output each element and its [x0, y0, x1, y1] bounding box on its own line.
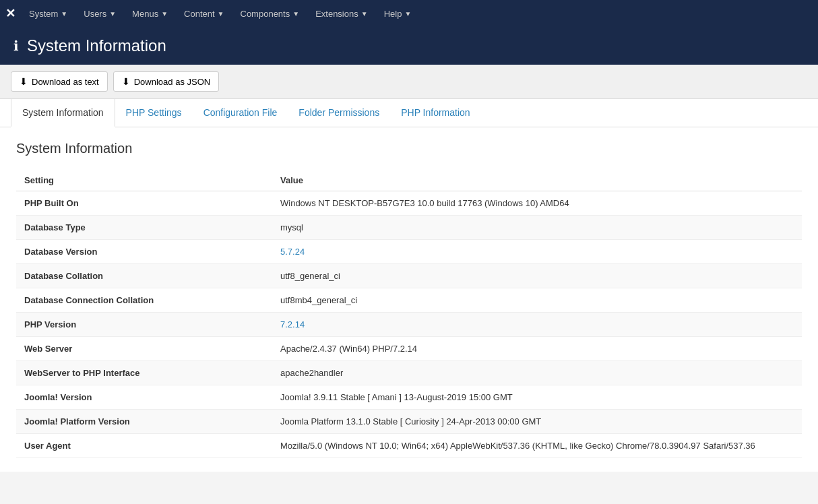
table-row: Database Typemysql [16, 216, 802, 240]
main-content: System Information Setting Value PHP Bui… [0, 127, 818, 472]
value-cell: Joomla! 3.9.11 Stable [ Amani ] 13-Augus… [272, 385, 802, 410]
setting-cell: Web Server [16, 337, 272, 361]
value-cell: Joomla Platform 13.1.0 Stable [ Curiosit… [272, 410, 802, 434]
nav-item-help[interactable]: Help ▼ [376, 0, 420, 27]
caret-icon: ▼ [61, 10, 67, 18]
tab-php-information[interactable]: PHP Information [390, 99, 480, 127]
value-cell: Windows NT DESKTOP-B57G7E3 10.0 build 17… [272, 191, 802, 216]
setting-cell: Database Connection Collation [16, 288, 272, 313]
setting-cell: User Agent [16, 434, 272, 458]
col-header-value: Value [272, 170, 802, 191]
tab-folder-permissions[interactable]: Folder Permissions [288, 99, 390, 127]
system-info-table: Setting Value PHP Built OnWindows NT DES… [16, 170, 802, 458]
caret-icon: ▼ [109, 10, 116, 18]
caret-icon: ▼ [404, 10, 411, 18]
setting-cell: PHP Version [16, 313, 272, 337]
download-icon: ⬇ [20, 76, 28, 87]
table-row: Joomla! Platform VersionJoomla Platform … [16, 410, 802, 434]
caret-icon: ▼ [292, 10, 299, 18]
table-row: Database Version5.7.24 [16, 240, 802, 264]
value-link[interactable]: 5.7.24 [280, 247, 305, 257]
page-header: ℹ System Information [0, 27, 818, 65]
toolbar: ⬇ Download as text ⬇ Download as JSON [0, 65, 818, 99]
value-cell: utf8mb4_general_ci [272, 288, 802, 313]
setting-cell: Database Version [16, 240, 272, 264]
value-cell: Mozilla/5.0 (Windows NT 10.0; Win64; x64… [272, 434, 802, 458]
section-title: System Information [16, 141, 802, 156]
nav-item-menus[interactable]: Menus ▼ [124, 0, 176, 27]
setting-cell: Joomla! Version [16, 385, 272, 410]
table-row: Web ServerApache/2.4.37 (Win64) PHP/7.2.… [16, 337, 802, 361]
nav-item-system[interactable]: System ▼ [21, 0, 75, 27]
value-cell[interactable]: 5.7.24 [272, 240, 802, 264]
table-row: WebServer to PHP Interfaceapache2handler [16, 361, 802, 385]
value-cell[interactable]: 7.2.14 [272, 313, 802, 337]
value-cell: apache2handler [272, 361, 802, 385]
joomla-logo[interactable]: ✕ [5, 6, 15, 21]
table-row: Database Collationutf8_general_ci [16, 264, 802, 288]
setting-cell: PHP Built On [16, 191, 272, 216]
navbar: ✕ System ▼ Users ▼ Menus ▼ Content ▼ Com… [0, 0, 818, 27]
table-row: Database Connection Collationutf8mb4_gen… [16, 288, 802, 313]
table-row: Joomla! VersionJoomla! 3.9.11 Stable [ A… [16, 385, 802, 410]
tab-configuration-file[interactable]: Configuration File [193, 99, 288, 127]
col-header-setting: Setting [16, 170, 272, 191]
tab-system-information[interactable]: System Information [11, 98, 115, 127]
setting-cell: Database Collation [16, 264, 272, 288]
download-icon: ⬇ [122, 76, 130, 87]
tab-bar: System Information PHP Settings Configur… [0, 99, 818, 127]
info-icon: ℹ [13, 38, 19, 54]
value-link[interactable]: 7.2.14 [280, 319, 305, 329]
caret-icon: ▼ [161, 10, 168, 18]
nav-item-components[interactable]: Components ▼ [232, 0, 308, 27]
download-text-button[interactable]: ⬇ Download as text [11, 71, 108, 92]
download-json-button[interactable]: ⬇ Download as JSON [113, 71, 219, 92]
page-title: System Information [27, 36, 166, 55]
setting-cell: Joomla! Platform Version [16, 410, 272, 434]
nav-item-users[interactable]: Users ▼ [75, 0, 124, 27]
setting-cell: Database Type [16, 216, 272, 240]
table-row: PHP Version7.2.14 [16, 313, 802, 337]
table-row: PHP Built OnWindows NT DESKTOP-B57G7E3 1… [16, 191, 802, 216]
caret-icon: ▼ [361, 10, 368, 18]
tab-php-settings[interactable]: PHP Settings [115, 99, 193, 127]
value-cell: utf8_general_ci [272, 264, 802, 288]
value-cell: mysql [272, 216, 802, 240]
caret-icon: ▼ [218, 10, 224, 18]
table-row: User AgentMozilla/5.0 (Windows NT 10.0; … [16, 434, 802, 458]
nav-item-extensions[interactable]: Extensions ▼ [307, 0, 376, 27]
setting-cell: WebServer to PHP Interface [16, 361, 272, 385]
value-cell: Apache/2.4.37 (Win64) PHP/7.2.14 [272, 337, 802, 361]
nav-item-content[interactable]: Content ▼ [176, 0, 232, 27]
content-area: System Information PHP Settings Configur… [0, 99, 818, 472]
